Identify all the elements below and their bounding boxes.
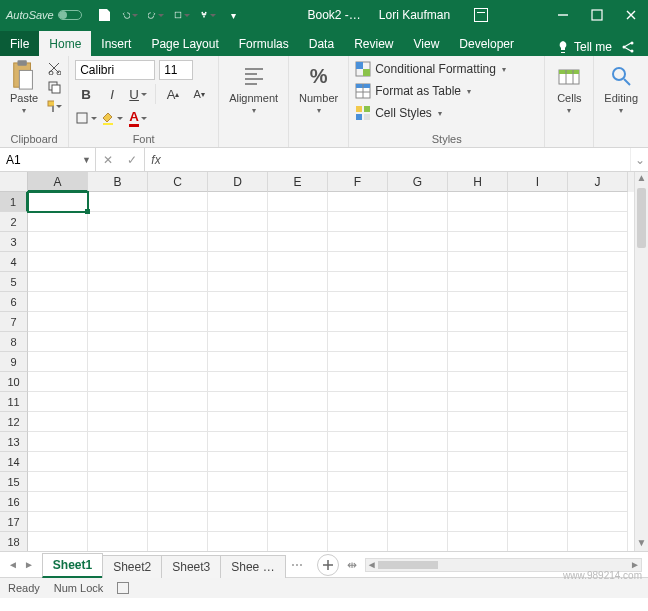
cell-A18[interactable] [28,532,88,552]
cell-A10[interactable] [28,372,88,392]
cell-B15[interactable] [88,472,148,492]
cell-J12[interactable] [568,412,628,432]
column-header-I[interactable]: I [508,172,568,192]
cell-B14[interactable] [88,452,148,472]
cell-C5[interactable] [148,272,208,292]
cell-C13[interactable] [148,432,208,452]
number-button[interactable]: % Number ▾ [295,60,342,117]
macro-record-icon[interactable] [117,582,129,594]
scroll-down-icon[interactable]: ▼ [635,537,648,551]
new-sheet-button[interactable] [317,554,339,576]
scroll-right-icon[interactable]: ► [629,559,641,571]
cell-A7[interactable] [28,312,88,332]
cell-A8[interactable] [28,332,88,352]
cell-I17[interactable] [508,512,568,532]
cell-H10[interactable] [448,372,508,392]
cell-C12[interactable] [148,412,208,432]
cell-H8[interactable] [448,332,508,352]
sheet-nav[interactable]: ◄ ► [0,559,42,570]
cell-C3[interactable] [148,232,208,252]
conditional-formatting-button[interactable]: Conditional Formatting▾ [355,60,506,78]
cell-I3[interactable] [508,232,568,252]
cell-C16[interactable] [148,492,208,512]
qat-button-2-icon[interactable] [200,7,216,23]
row-header-10[interactable]: 10 [0,372,28,392]
cell-C8[interactable] [148,332,208,352]
scroll-up-icon[interactable]: ▲ [635,172,648,186]
ribbon-display-icon[interactable] [474,8,488,22]
cell-J15[interactable] [568,472,628,492]
cell-E17[interactable] [268,512,328,532]
tab-home[interactable]: Home [39,31,91,56]
cell-C7[interactable] [148,312,208,332]
cell-B10[interactable] [88,372,148,392]
cell-D16[interactable] [208,492,268,512]
column-header-F[interactable]: F [328,172,388,192]
cell-J5[interactable] [568,272,628,292]
cell-B12[interactable] [88,412,148,432]
cells-button[interactable]: Cells ▾ [551,60,587,117]
cell-H4[interactable] [448,252,508,272]
cell-A14[interactable] [28,452,88,472]
cell-H12[interactable] [448,412,508,432]
cell-styles-button[interactable]: Cell Styles▾ [355,104,442,122]
cell-E9[interactable] [268,352,328,372]
sheet-tab-3[interactable]: Shee … [220,555,285,578]
copy-icon[interactable] [46,79,62,95]
cell-F15[interactable] [328,472,388,492]
cell-E11[interactable] [268,392,328,412]
cell-G1[interactable] [388,192,448,212]
cell-F14[interactable] [328,452,388,472]
format-as-table-button[interactable]: Format as Table▾ [355,82,471,100]
cell-F13[interactable] [328,432,388,452]
cell-A12[interactable] [28,412,88,432]
scroll-left-icon[interactable]: ◄ [366,559,378,571]
cell-J6[interactable] [568,292,628,312]
cell-H6[interactable] [448,292,508,312]
row-header-18[interactable]: 18 [0,532,28,552]
cell-D7[interactable] [208,312,268,332]
cell-C1[interactable] [148,192,208,212]
row-header-2[interactable]: 2 [0,212,28,232]
cell-E8[interactable] [268,332,328,352]
cell-B8[interactable] [88,332,148,352]
sheet-nav-next-icon[interactable]: ► [24,559,34,570]
row-header-8[interactable]: 8 [0,332,28,352]
row-header-6[interactable]: 6 [0,292,28,312]
cell-F2[interactable] [328,212,388,232]
cell-H7[interactable] [448,312,508,332]
cell-I11[interactable] [508,392,568,412]
cell-E2[interactable] [268,212,328,232]
undo-icon[interactable] [122,7,138,23]
column-header-A[interactable]: A [28,172,88,192]
cell-G11[interactable] [388,392,448,412]
cell-C17[interactable] [148,512,208,532]
cell-F12[interactable] [328,412,388,432]
row-header-15[interactable]: 15 [0,472,28,492]
cell-H3[interactable] [448,232,508,252]
italic-button[interactable]: I [101,84,123,104]
cell-J17[interactable] [568,512,628,532]
enter-formula-icon[interactable]: ✓ [120,153,144,167]
cell-C15[interactable] [148,472,208,492]
row-header-17[interactable]: 17 [0,512,28,532]
cell-F16[interactable] [328,492,388,512]
cell-I7[interactable] [508,312,568,332]
cell-I2[interactable] [508,212,568,232]
cell-J8[interactable] [568,332,628,352]
cell-I9[interactable] [508,352,568,372]
cut-icon[interactable] [46,60,62,76]
row-header-3[interactable]: 3 [0,232,28,252]
cell-E1[interactable] [268,192,328,212]
cell-I10[interactable] [508,372,568,392]
cell-A1[interactable] [28,192,88,212]
expand-formula-bar-icon[interactable]: ⌄ [630,148,648,171]
cell-B17[interactable] [88,512,148,532]
name-box[interactable]: ▼ [0,148,96,171]
maximize-button[interactable] [580,0,614,30]
cell-G17[interactable] [388,512,448,532]
cell-D2[interactable] [208,212,268,232]
cell-B13[interactable] [88,432,148,452]
cell-E16[interactable] [268,492,328,512]
vertical-scrollbar[interactable]: ▲ ▼ [634,172,648,551]
